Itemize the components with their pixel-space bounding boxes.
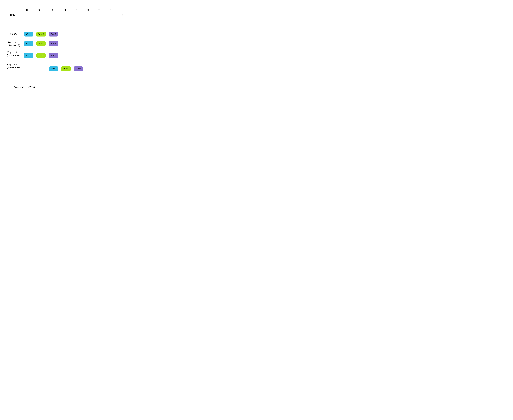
time-tick-t4: t4	[64, 9, 66, 11]
time-axis-arrow	[22, 15, 122, 15]
op-replica3-2: R: y=2	[61, 67, 71, 71]
time-tick-t5: t5	[76, 9, 78, 11]
time-tick-t3: t3	[51, 9, 53, 11]
time-axis-label: Time	[10, 13, 15, 16]
op-replica1-3: R: z=3	[49, 41, 58, 46]
separator-line	[22, 60, 122, 60]
timeline-diagram: Time t1 t2 t3 t4 t5 t6 t7 t8 Primary Rep…	[4, 4, 127, 89]
time-tick-t6: t6	[87, 9, 90, 11]
time-tick-t1: t1	[26, 9, 28, 11]
row-label-line: Replica 3	[7, 63, 17, 66]
time-tick-t7: t7	[98, 9, 100, 11]
legend-text: *W=Write, R=Read	[14, 86, 35, 89]
op-primary-3: W: z=3	[49, 32, 58, 37]
row-label-primary: Primary	[8, 32, 17, 36]
op-replica3-3: R: z=3	[74, 67, 83, 71]
op-primary-1: W: x=1	[24, 32, 33, 37]
separator-line	[22, 48, 122, 48]
row-label-line: (Session B)	[7, 66, 20, 69]
time-tick-t2: t2	[38, 9, 40, 11]
time-tick-t8: t8	[110, 9, 112, 11]
op-replica1-2: R: y=2	[36, 41, 46, 46]
op-replica2-3: R: z=3	[49, 53, 58, 58]
row-label-line: (Session A)	[7, 54, 20, 57]
row-label-line: Replica 1	[8, 41, 18, 44]
op-replica2-2: R: y=2	[36, 53, 46, 58]
op-replica2-1: R: x=1	[24, 53, 33, 58]
row-label-line: (Session A)	[8, 44, 20, 47]
op-replica3-1: R: x=1	[49, 67, 58, 71]
op-primary-2: W: y=2	[36, 32, 46, 37]
row-label-replica1: Replica 1 (Session A)	[8, 41, 20, 47]
op-replica1-1: R: x=1	[24, 41, 33, 46]
row-label-replica3: Replica 3 (Session B)	[7, 63, 20, 69]
separator-line	[22, 74, 122, 74]
row-label-replica2: Replica 2 (Session A)	[7, 51, 20, 57]
row-label-line: Replica 2	[7, 51, 17, 53]
separator-line	[22, 38, 122, 38]
separator-line	[22, 29, 122, 29]
